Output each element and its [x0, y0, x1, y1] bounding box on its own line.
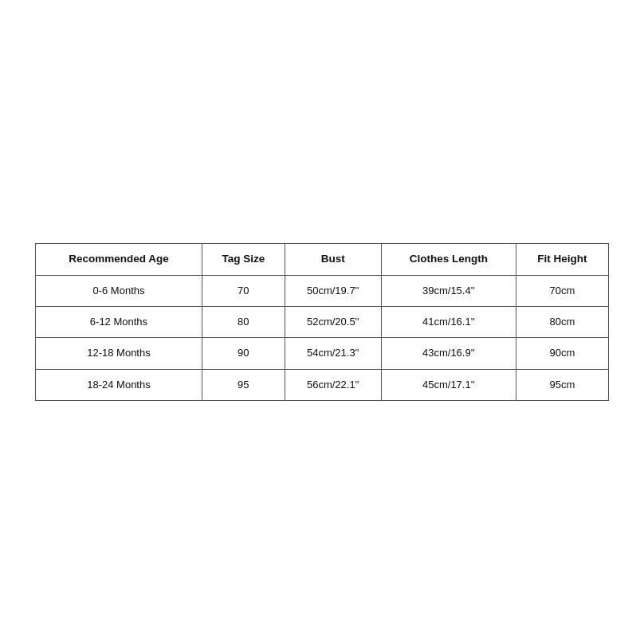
cell-clothes-length: 39cm/15.4'' — [381, 276, 516, 307]
cell-fit-height: 80cm — [516, 307, 608, 338]
cell-tag-size: 95 — [202, 369, 285, 400]
header-bust: Bust — [285, 244, 381, 276]
cell-fit-height: 70cm — [516, 276, 608, 307]
cell-tag-size: 70 — [202, 276, 285, 307]
header-recommended-age: Recommended Age — [36, 244, 202, 276]
cell-tag-size: 90 — [202, 338, 285, 369]
cell-fit-height: 95cm — [516, 369, 608, 400]
cell-bust: 54cm/21.3'' — [285, 338, 381, 369]
header-fit-height: Fit Height — [516, 244, 608, 276]
cell-clothes-length: 45cm/17.1'' — [381, 369, 516, 400]
cell-age: 12-18 Months — [36, 338, 202, 369]
cell-age: 18-24 Months — [36, 369, 202, 400]
header-clothes-length: Clothes Length — [381, 244, 516, 276]
table-row: 6-12 Months8052cm/20.5''41cm/16.1''80cm — [36, 307, 609, 338]
cell-clothes-length: 41cm/16.1'' — [381, 307, 516, 338]
cell-bust: 50cm/19.7'' — [285, 276, 381, 307]
cell-bust: 56cm/22.1'' — [285, 369, 381, 400]
cell-bust: 52cm/20.5'' — [285, 307, 381, 338]
table-row: 18-24 Months9556cm/22.1''45cm/17.1''95cm — [36, 369, 609, 400]
size-chart-container: Recommended Age Tag Size Bust Clothes Le… — [35, 243, 609, 401]
table-header-row: Recommended Age Tag Size Bust Clothes Le… — [36, 244, 609, 276]
cell-fit-height: 90cm — [516, 338, 608, 369]
cell-clothes-length: 43cm/16.9'' — [381, 338, 516, 369]
table-row: 12-18 Months9054cm/21.3''43cm/16.9''90cm — [36, 338, 609, 369]
size-chart-table: Recommended Age Tag Size Bust Clothes Le… — [35, 243, 609, 401]
cell-age: 6-12 Months — [36, 307, 202, 338]
cell-tag-size: 80 — [202, 307, 285, 338]
cell-age: 0-6 Months — [36, 276, 202, 307]
header-tag-size: Tag Size — [202, 244, 285, 276]
table-row: 0-6 Months7050cm/19.7''39cm/15.4''70cm — [36, 276, 609, 307]
